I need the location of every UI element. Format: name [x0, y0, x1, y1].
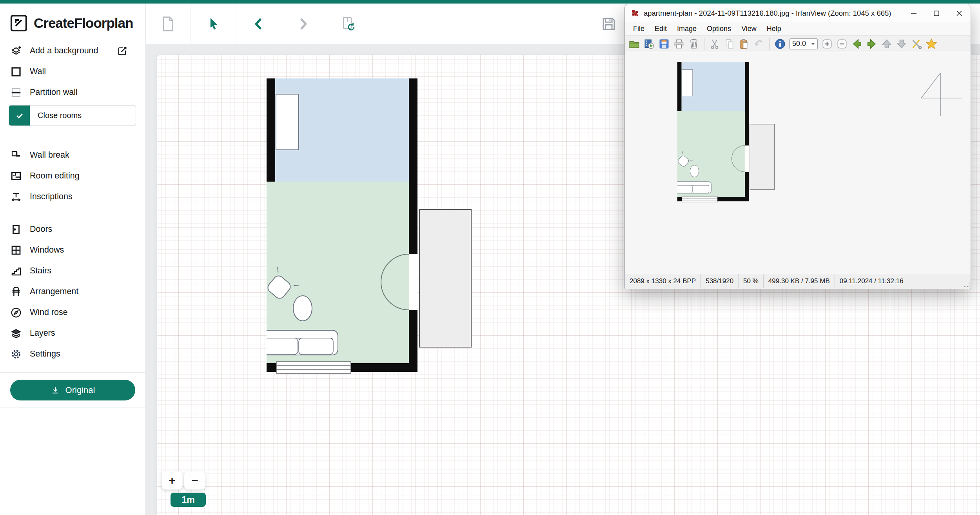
menu-edit[interactable]: Edit [650, 25, 672, 33]
arrangement-icon [10, 286, 22, 298]
select-tool-button[interactable] [191, 4, 236, 44]
maximize-button[interactable] [925, 4, 948, 22]
close-rooms-checkbox[interactable] [9, 106, 30, 126]
chevron-left-icon [251, 16, 266, 31]
sidebar-item-add-background[interactable]: Add a background [0, 40, 145, 61]
sidebar-item-label: Wind rose [30, 308, 68, 317]
sidebar-item-label: Settings [30, 349, 60, 359]
irfanview-window[interactable]: apartment-plan - 2024-11-09T113216.180.j… [624, 4, 971, 289]
irfanview-menubar: File Edit Image Options View Help [625, 22, 971, 35]
cut-button[interactable] [708, 37, 722, 51]
sidebar-item-windows[interactable]: Windows [0, 240, 145, 260]
last-image-button[interactable] [895, 37, 909, 51]
sidebar-item-label: Doors [30, 224, 52, 234]
sidebar-item-label: Arrangement [30, 287, 78, 297]
wall-break-icon [10, 149, 22, 161]
menu-options[interactable]: Options [702, 25, 736, 33]
irfanview-title: apartment-plan - 2024-11-09T113216.180.j… [644, 9, 902, 18]
zoom-percent-select[interactable]: 50.0 [789, 38, 818, 49]
info-button[interactable] [773, 37, 787, 51]
toolbar-separator [769, 38, 770, 50]
zoom-in-button-iv[interactable] [820, 37, 834, 51]
apartment-plan-image [677, 62, 904, 241]
cursor-icon [205, 16, 221, 32]
sidebar-item-label: Add a background [30, 46, 98, 56]
new-document-button[interactable] [146, 4, 191, 44]
sidebar-item-room-editing[interactable]: Room editing [0, 166, 145, 186]
status-dimensions: 2089 x 1330 x 24 BPP [625, 274, 701, 288]
open-file-button[interactable] [627, 37, 641, 51]
save-icon [601, 16, 617, 32]
zoom-out-button[interactable]: − [184, 471, 205, 490]
sidebar-item-wall[interactable]: Wall [0, 61, 145, 82]
scale-badge: 1m [171, 493, 206, 507]
status-file-size: 499.30 KB / 7.95 MB [764, 274, 835, 288]
resize-grip[interactable] [964, 282, 969, 287]
top-accent-bar [0, 0, 980, 4]
sidebar-item-wind-rose[interactable]: Wind rose [0, 302, 145, 323]
menu-view[interactable]: View [736, 25, 762, 33]
close-button[interactable] [948, 4, 971, 22]
reset-plan-button[interactable] [326, 4, 371, 44]
sidebar-item-inscriptions[interactable]: Inscriptions [0, 186, 145, 207]
room-editing-icon [10, 170, 22, 182]
sidebar-item-label: Stairs [30, 266, 51, 276]
paste-button[interactable] [737, 37, 751, 51]
stairs-icon [10, 265, 22, 277]
sidebar-item-stairs[interactable]: Stairs [0, 260, 145, 281]
sidebar-divider [0, 372, 145, 373]
next-image-button[interactable] [865, 37, 879, 51]
chevron-right-icon [296, 16, 311, 31]
sidebar-spacer [0, 128, 145, 145]
close-rooms-toggle[interactable]: Close rooms [9, 105, 136, 126]
menu-file[interactable]: File [628, 25, 650, 33]
irfanview-statusbar: 2089 x 1330 x 24 BPP 538/1920 50 % 499.3… [625, 274, 971, 288]
save-file-button[interactable] [657, 37, 671, 51]
print-button[interactable] [672, 37, 686, 51]
download-original-button[interactable]: Original [10, 380, 135, 400]
minimize-button[interactable] [902, 4, 925, 22]
irfanview-app-icon [630, 9, 640, 18]
copy-button[interactable] [722, 37, 737, 51]
menu-help[interactable]: Help [762, 25, 786, 33]
sidebar-item-partition-wall[interactable]: Partition wall [0, 82, 145, 103]
doors-icon [10, 224, 22, 235]
north-arrow-sketch [918, 70, 965, 119]
menu-image[interactable]: Image [672, 25, 702, 33]
favorites-button[interactable] [924, 37, 938, 51]
sidebar-spacer [0, 207, 145, 219]
status-zoom: 50 % [739, 274, 764, 288]
sidebar-item-arrangement[interactable]: Arrangement [0, 281, 145, 302]
toolbar-separator [704, 38, 704, 50]
undo-button[interactable] [236, 4, 281, 44]
sidebar-divider [0, 408, 145, 408]
sidebar-item-label: Wall break [30, 150, 69, 160]
zoom-in-button[interactable]: + [162, 471, 183, 490]
sidebar-item-wall-break[interactable]: Wall break [0, 145, 145, 166]
sidebar: CreateFloorplan Add a background Wall [0, 4, 146, 515]
sidebar-item-label: Wall [30, 67, 46, 76]
sidebar-item-layers[interactable]: Layers [0, 323, 145, 344]
zoom-out-button-iv[interactable] [835, 37, 849, 51]
partition-wall-icon [10, 87, 22, 98]
irfanview-toolbar: 50.0 [625, 35, 971, 52]
tools-button[interactable] [909, 37, 924, 51]
status-file-index: 538/1920 [701, 274, 739, 288]
delete-button[interactable] [687, 37, 701, 51]
redo-button[interactable] [281, 4, 326, 44]
first-image-button[interactable] [880, 37, 894, 51]
slideshow-button[interactable] [642, 37, 656, 51]
sidebar-item-doors[interactable]: Doors [0, 219, 145, 240]
irfanview-titlebar[interactable]: apartment-plan - 2024-11-09T113216.180.j… [625, 4, 971, 22]
previous-image-button[interactable] [850, 37, 864, 51]
download-icon [51, 386, 60, 395]
chevron-down-icon [811, 43, 815, 45]
reset-plan-icon [340, 15, 357, 33]
sidebar-item-settings[interactable]: Settings [0, 344, 145, 364]
inscriptions-icon [10, 191, 22, 203]
sidebar-item-label: Layers [30, 328, 55, 338]
undo-button-iv[interactable] [752, 37, 766, 51]
app-logo[interactable]: CreateFloorplan [0, 4, 145, 40]
edit-background-icon[interactable] [116, 45, 128, 57]
irfanview-image-area[interactable] [625, 52, 971, 274]
